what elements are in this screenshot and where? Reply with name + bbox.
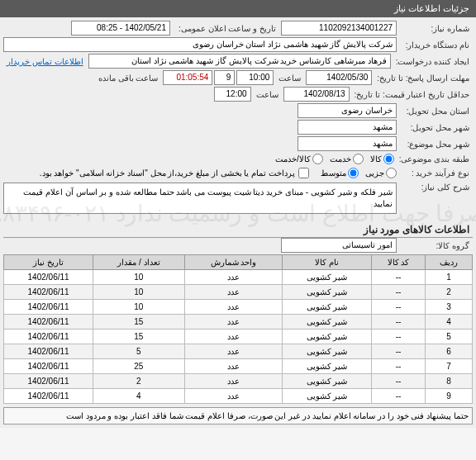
process-label: نوع فرآیند خرید : [398,167,473,179]
deadline-date: 1402/05/30 [306,70,372,85]
cell-unit: عدد [184,359,283,374]
deadline-time-label: ساعت [275,72,304,84]
cell-qty: 25 [93,359,184,374]
class-both-option[interactable]: کالا/خدمت [275,154,323,164]
cell-unit: عدد [184,270,283,285]
goods-table: ردیف کد کالا نام کالا واحد شمارش تعداد /… [3,254,473,404]
cell-idx: 5 [426,330,473,344]
contact-link[interactable]: اطلاعات تماس خریدار [3,55,87,68]
table-row: 1--شیر کشوییعدد101402/06/11 [4,270,473,285]
class-goods-option[interactable]: کالا [370,154,394,164]
cell-unit: عدد [184,285,283,300]
validity-label: حداقل تاریخ اعتبار قیمت: تا تاریخ: [351,88,473,101]
cell-code: -- [371,374,425,389]
cell-idx: 7 [426,359,473,374]
payment-note-option[interactable]: پرداخت تمام یا بخشی از مبلغ خرید،از محل … [40,168,309,178]
cell-date: 1402/06/11 [4,315,93,330]
table-row: 2--شیر کشوییعدد101402/06/11 [4,285,473,300]
class-both-radio[interactable] [312,154,323,164]
cell-qty: 4 [93,389,184,404]
cell-idx: 2 [426,285,473,300]
deadline-time: 10:00 [236,70,274,85]
cell-unit: عدد [184,374,283,389]
payment-note: پرداخت تمام یا بخشی از مبلغ خرید،از محل … [40,168,295,178]
table-row: 6--شیر کشوییعدد51402/06/11 [4,344,473,359]
remaining-time: 01:05:54 [163,70,212,85]
cell-code: -- [371,344,425,359]
cell-idx: 4 [426,315,473,330]
table-header-row: ردیف کد کالا نام کالا واحد شمارش تعداد /… [4,255,473,270]
validity-time: 12:00 [214,87,251,102]
need-number-label: شماره نیاز: [398,22,473,35]
remaining-label: ساعت باقی مانده [95,72,162,84]
classification-label: طبقه بندی موضوعی: [396,153,473,165]
province-label: استان محل تحویل: [398,105,473,117]
need-number-value: 1102092134001227 [281,21,397,36]
general-desc: شیر فلکه و شیر کشویی - مبنای خرید دیتا ش… [3,183,397,214]
city-value: مشهد [298,120,397,135]
cell-idx: 8 [426,374,473,389]
cell-name: شیر کشویی [283,330,372,344]
goods-group-label: گروه کالا: [398,239,473,252]
class-service-option[interactable]: خدمت [330,154,364,164]
cell-unit: عدد [184,344,283,359]
city-label: شهر محل تحویل: [398,121,473,134]
table-row: 4--شیر کشوییعدد151402/06/11 [4,315,473,330]
table-row: 3--شیر کشوییعدد101402/06/11 [4,300,473,315]
cell-date: 1402/06/11 [4,330,93,344]
cell-code: -- [371,389,425,404]
table-row: 5--شیر کشوییعدد151402/06/11 [4,330,473,344]
cell-name: شیر کشویی [283,300,372,315]
cell-unit: عدد [184,330,283,344]
proc-small-radio[interactable] [386,168,397,178]
process-group: جزیی متوسط [321,168,397,178]
proc-medium-radio[interactable] [348,168,359,178]
col-name: نام کالا [283,255,372,270]
proc-small-option[interactable]: جزیی [365,168,397,178]
class-goods-radio[interactable] [383,154,394,164]
classification-group: کالا خدمت کالا/خدمت [275,154,394,164]
cell-date: 1402/06/11 [4,270,93,285]
cell-date: 1402/06/11 [4,359,93,374]
general-desc-label: شرح کلی نیاز: [398,181,473,193]
cell-qty: 10 [93,285,184,300]
cell-code: -- [371,300,425,315]
validity-time-label: ساعت [253,88,282,101]
minute-value: 9 [214,70,235,85]
table-row: 7--شیر کشوییعدد251402/06/11 [4,359,473,374]
cell-qty: 15 [93,315,184,330]
subject-city-label: شهر محل موضوع: [398,138,473,150]
cell-code: -- [371,285,425,300]
cell-date: 1402/06/11 [4,344,93,359]
cell-idx: 1 [426,270,473,285]
payment-checkbox[interactable] [298,168,309,178]
col-qty: تعداد / مقدار [93,255,184,270]
cell-name: شیر کشویی [283,315,372,330]
footer-note: حتما پیشنهاد فنی خود را در سامانه اعلام … [3,407,473,424]
cell-date: 1402/06/11 [4,300,93,315]
cell-qty: 10 [93,270,184,285]
col-date: تاریخ نیاز [4,255,93,270]
cell-date: 1402/06/11 [4,389,93,404]
buyer-value: شرکت پالایش گاز شهید هاشمی نژاد استان خر… [3,37,397,52]
cell-name: شیر کشویی [283,344,372,359]
validity-date: 1402/08/13 [283,87,350,102]
cell-name: شیر کشویی [283,285,372,300]
cell-date: 1402/06/11 [4,374,93,389]
col-unit: واحد شمارش [184,255,283,270]
cell-unit: عدد [184,315,283,330]
announce-value: 1402/05/21 - 08:25 [71,21,170,36]
cell-code: -- [371,330,425,344]
col-row: ردیف [426,255,473,270]
cell-qty: 15 [93,330,184,344]
proc-medium-option[interactable]: متوسط [321,168,359,178]
cell-name: شیر کشویی [283,270,372,285]
cell-unit: عدد [184,389,283,404]
goods-section-title: اطلاعات کالاهای مورد نیاز [3,219,473,238]
cell-code: -- [371,270,425,285]
class-service-radio[interactable] [353,154,364,164]
cell-idx: 6 [426,344,473,359]
cell-code: -- [371,315,425,330]
cell-name: شیر کشویی [283,389,372,404]
requester-label: ایجاد کننده درخواست: [393,55,473,68]
